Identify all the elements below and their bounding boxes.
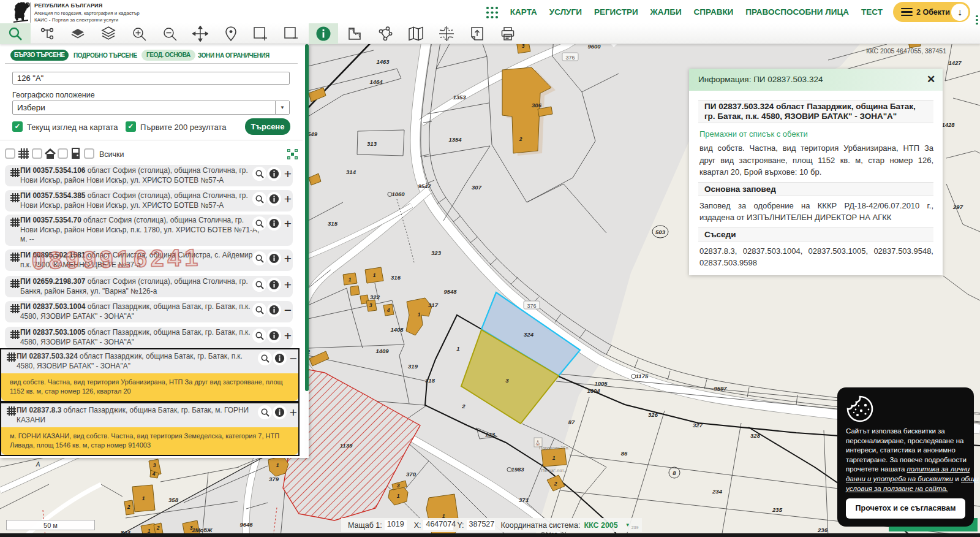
svg-text:1: 1 <box>418 311 421 318</box>
svg-text:9597: 9597 <box>714 385 727 392</box>
svg-text:86: 86 <box>621 450 628 457</box>
svg-text:А: А <box>36 461 40 468</box>
svg-text:379: 379 <box>269 476 279 482</box>
svg-text:1: 1 <box>397 493 400 499</box>
svg-text:9646: 9646 <box>239 521 253 528</box>
svg-text:319: 319 <box>408 363 418 370</box>
svg-text:326: 326 <box>648 411 658 418</box>
svg-text:235: 235 <box>772 506 783 513</box>
svg-text:9548: 9548 <box>443 288 457 295</box>
svg-text:Петка"-лят...: Петка"-лят... <box>541 468 568 473</box>
svg-text:306: 306 <box>532 102 542 109</box>
svg-text:1: 1 <box>142 495 145 501</box>
svg-text:87: 87 <box>568 419 575 425</box>
svg-text:9547: 9547 <box>418 183 431 189</box>
svg-text:314: 314 <box>346 169 356 175</box>
svg-text:2: 2 <box>461 403 466 409</box>
svg-text:1: 1 <box>373 272 376 278</box>
svg-text:3: 3 <box>153 462 156 468</box>
svg-text:2: 2 <box>127 504 130 510</box>
svg-text:370: 370 <box>406 471 417 478</box>
svg-text:503: 503 <box>655 229 666 235</box>
svg-text:1408: 1408 <box>390 326 404 333</box>
svg-text:ККС 2005 4647055, 387451: ККС 2005 4647055, 387451 <box>866 47 946 55</box>
svg-text:1: 1 <box>552 455 556 461</box>
svg-text:1: 1 <box>349 276 352 283</box>
svg-text:1: 1 <box>276 462 279 468</box>
svg-text:1139: 1139 <box>340 442 353 449</box>
svg-text:376: 376 <box>527 303 536 309</box>
svg-text:318: 318 <box>425 377 435 384</box>
svg-text:1983: 1983 <box>511 466 524 473</box>
svg-text:376: 376 <box>565 55 575 61</box>
svg-text:1: 1 <box>456 345 459 352</box>
svg-text:3: 3 <box>505 377 509 384</box>
svg-text:4: 4 <box>152 471 156 477</box>
svg-text:324: 324 <box>524 331 534 338</box>
svg-text:371: 371 <box>519 497 529 503</box>
svg-text:123: 123 <box>485 431 496 438</box>
svg-text:1409: 1409 <box>375 348 389 354</box>
svg-text:1354: 1354 <box>448 136 462 143</box>
svg-text:3: 3 <box>397 482 400 489</box>
svg-text:317: 317 <box>428 302 439 308</box>
svg-text:328: 328 <box>750 432 761 439</box>
svg-text:1427: 1427 <box>948 59 962 66</box>
svg-text:1428: 1428 <box>941 121 955 128</box>
svg-text:2МсбЖ: 2МсбЖ <box>191 527 213 533</box>
svg-text:4: 4 <box>386 307 390 313</box>
svg-text:316: 316 <box>391 274 401 281</box>
svg-text:1005: 1005 <box>594 380 608 387</box>
svg-text:1060: 1060 <box>391 191 405 197</box>
svg-text:2: 2 <box>519 136 522 142</box>
svg-text:2: 2 <box>156 525 160 531</box>
svg-text:3: 3 <box>369 302 372 308</box>
svg-text:2: 2 <box>554 481 557 487</box>
svg-text:358: 358 <box>168 497 179 503</box>
svg-text:297: 297 <box>952 204 963 210</box>
svg-text:Параклис "Св.: Параклис "Св. <box>539 445 570 451</box>
svg-text:322: 322 <box>370 294 380 300</box>
svg-text:234: 234 <box>712 488 723 495</box>
svg-text:236: 236 <box>817 527 828 533</box>
svg-text:313: 313 <box>367 140 377 147</box>
svg-text:1004: 1004 <box>587 387 600 394</box>
svg-text:323: 323 <box>431 249 442 256</box>
svg-text:1175: 1175 <box>636 373 649 379</box>
svg-text:549: 549 <box>307 131 318 137</box>
svg-text:307: 307 <box>472 184 482 191</box>
svg-text:315: 315 <box>328 220 338 227</box>
svg-text:327: 327 <box>693 422 703 428</box>
svg-text:1464: 1464 <box>369 78 383 85</box>
svg-text:8: 8 <box>673 470 676 476</box>
svg-text:1463: 1463 <box>376 58 390 65</box>
svg-text:1353: 1353 <box>453 94 466 101</box>
